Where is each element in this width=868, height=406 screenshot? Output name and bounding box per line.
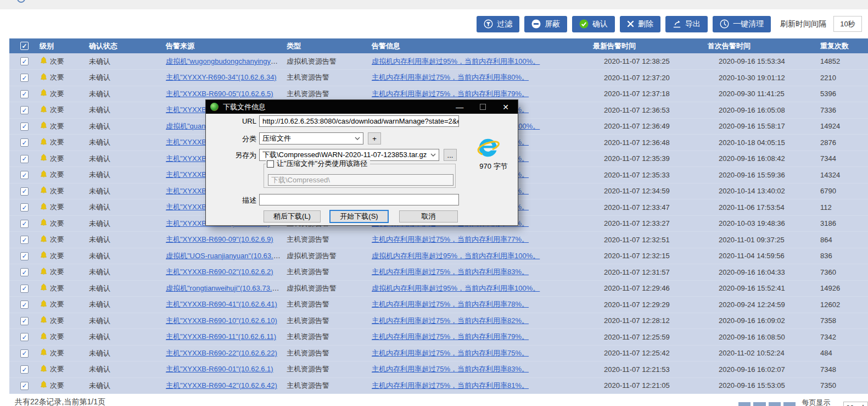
row-checkbox[interactable]: ✓ (20, 349, 29, 358)
download-later-button[interactable]: 稍后下载(L) (264, 210, 321, 223)
alarm-message-link[interactable]: 主机内存利用率超过75%，当前内存利用率79%。 (372, 332, 529, 341)
add-category-button[interactable]: + (368, 132, 381, 144)
level-wrap: 次要 (40, 315, 64, 326)
minor-alarm-bell-icon (40, 56, 48, 66)
alarm-message-link[interactable]: 主机内存利用率超过75%，当前内存利用率81%。 (372, 381, 529, 390)
row-checkbox[interactable]: ✓ (20, 171, 29, 179)
chevron-down-icon (430, 153, 436, 157)
alarm-source-link[interactable]: 主机"XYXXB-R690-22"(10.62.6.22) (166, 349, 277, 357)
use-path-row: 让"压缩文件"分类使用该路径 (266, 159, 370, 169)
pagination: « ‹ › » 每页显示数: 20 ▲▼ (738, 398, 868, 406)
col-alarm-source[interactable]: 告警来源 (160, 38, 281, 53)
level-text: 次要 (50, 170, 64, 180)
row-checkbox[interactable]: ✓ (20, 203, 29, 212)
alarm-message-link[interactable]: 主机内存利用率超过75%，当前内存利用率83%。 (372, 268, 529, 276)
toolbar-button-过滤[interactable]: 过滤 (477, 16, 519, 32)
select-all-checkbox[interactable]: ✓ (20, 42, 29, 50)
alarm-message-link[interactable]: 主机内存利用率超过75%，当前内存利用率80%。 (372, 73, 529, 81)
alarm-source-link[interactable]: 虚拟机"rongtianweihuji"(10.63.73.29) (166, 284, 281, 292)
level-text: 次要 (50, 202, 64, 212)
row-checkbox[interactable]: ✓ (20, 317, 29, 325)
alarm-message-link[interactable]: 虚拟机内存利用率超过95%，当前内存利用率100%。 (372, 284, 540, 292)
first-page-button[interactable]: « (738, 402, 751, 406)
row-checkbox[interactable]: ✓ (20, 90, 29, 98)
col-repeat-count[interactable]: 重复次数 (815, 38, 868, 53)
row-checkbox[interactable]: ✓ (20, 285, 29, 293)
alarm-source-link[interactable]: 虚拟机"UOS-ruanjianyuan"(10.63.73.86) (166, 252, 281, 260)
col-ack-status[interactable]: 确认状态 (83, 38, 160, 53)
alarm-message-link[interactable]: 主机内存利用率超过75%，当前内存利用率82%。 (372, 316, 529, 325)
row-checkbox[interactable]: ✓ (20, 268, 29, 276)
col-alarm-message[interactable]: 告警信息 (366, 38, 587, 53)
row-checkbox[interactable]: ✓ (20, 123, 29, 131)
row-checkbox[interactable]: ✓ (20, 252, 29, 260)
row-checkbox[interactable]: ✓ (20, 236, 29, 244)
page-size-select[interactable]: 20 ▲▼ (843, 402, 868, 406)
col-level[interactable]: 级别 (34, 38, 83, 53)
row-checkbox[interactable]: ✓ (20, 365, 29, 374)
row-checkbox[interactable]: ✓ (20, 138, 29, 147)
table-row: ✓次要未确认主机"XYXXB-R690-22"(10.62.6.22)主机资源告… (9, 345, 868, 361)
alarm-source-link[interactable]: 主机"XYXXY-R690-34"(10.62.6.34) (166, 73, 277, 81)
alarm-source-cell: 主机"XYXXB-R690-22"(10.62.6.22) (160, 345, 281, 361)
alarm-source-link[interactable]: 主机"XYXXB-R690-05"(10.62.6.5) (166, 90, 273, 98)
row-checkbox[interactable]: ✓ (20, 301, 29, 309)
alarm-source-link[interactable]: 主机"XYXXB-R690-02"(10.62.6.2) (166, 268, 273, 276)
alarm-message-link[interactable]: 主机内存利用率超过75%，当前内存利用率79%。 (372, 90, 529, 98)
col-type[interactable]: 类型 (281, 38, 366, 53)
alarm-message-cell: 虚拟机内存利用率超过95%，当前内存利用率100%。 (366, 280, 587, 297)
next-page-button[interactable]: › (769, 402, 781, 406)
toolbar-button-导出[interactable]: 导出 (665, 16, 708, 32)
alarm-message-link[interactable]: 主机内存利用率超过75%，当前内存利用率75%。 (372, 349, 529, 357)
alarm-source-link[interactable]: 主机"XYXXB-R690-10"(10.62.6.10) (166, 316, 277, 325)
use-path-checkbox[interactable] (267, 160, 274, 168)
row-checkbox[interactable]: ✓ (20, 57, 29, 65)
repeat-count-cell: 14852 (815, 53, 868, 70)
toolbar-button-一键清理[interactable]: 一键清理 (713, 16, 771, 32)
row-checkbox-cell: ✓ (9, 248, 34, 264)
alarm-message-link[interactable]: 虚拟机内存利用率超过95%，当前内存利用率100%。 (372, 57, 540, 65)
alarm-source-link[interactable]: 主机"XYXXB-R690-42"(10.62.6.42) (166, 381, 277, 390)
latest-time-cell: 2020-11-07 12:21:05 (587, 377, 702, 394)
alarm-source-link[interactable]: 主机"XYXXB-R690-09"(10.62.6.9) (166, 235, 273, 243)
row-checkbox[interactable]: ✓ (20, 74, 29, 82)
last-page-button[interactable]: » (783, 402, 796, 406)
browse-button[interactable]: ... (444, 149, 457, 161)
toolbar-button-确认[interactable]: 确认 (572, 16, 615, 32)
cancel-button[interactable]: 取消 (399, 210, 458, 223)
row-checkbox[interactable]: ✓ (20, 106, 29, 114)
latest-time-cell: 2020-11-07 12:29:46 (587, 280, 702, 297)
row-checkbox[interactable]: ✓ (20, 187, 29, 196)
refresh-interval-select[interactable]: 10秒 (833, 16, 862, 32)
row-checkbox[interactable]: ✓ (20, 382, 29, 390)
level-text: 次要 (50, 235, 64, 244)
alarm-source-link[interactable]: 主机"XYXXB-R690-01"(10.62.6.1) (166, 365, 273, 373)
start-download-button[interactable]: 开始下载(S) (329, 210, 389, 223)
toolbar-button-删除[interactable]: 删除 (620, 16, 660, 32)
prev-page-button[interactable]: ‹ (753, 402, 765, 406)
alarm-message-link[interactable]: 主机内存利用率超过75%，当前内存利用率78%。 (372, 300, 529, 308)
col-first-time[interactable]: 首次告警时间 (702, 38, 815, 53)
category-dropdown[interactable]: 压缩文件 (259, 132, 363, 144)
description-label: 描述 (228, 196, 256, 205)
alarm-source-link[interactable]: 主机"XYXXB-R690-41"(10.62.6.41) (166, 300, 277, 308)
level-wrap: 次要 (40, 332, 64, 342)
description-input[interactable] (259, 194, 459, 205)
close-icon[interactable]: ✕ (502, 103, 509, 111)
alarm-message-link[interactable]: 虚拟机内存利用率超过95%，当前内存利用率100%。 (372, 252, 540, 260)
level-cell: 次要 (34, 329, 83, 346)
alarm-message-link[interactable]: 主机内存利用率超过75%，当前内存利用率77%。 (372, 235, 529, 243)
minimize-icon[interactable]: — (456, 103, 463, 111)
row-checkbox[interactable]: ✓ (20, 333, 29, 341)
row-checkbox[interactable]: ✓ (20, 155, 29, 163)
alarm-source-link[interactable]: 主机"XYXXB-R690-11"(10.62.6.11) (166, 332, 276, 341)
maximize-icon[interactable] (480, 104, 486, 110)
alarm-message-link[interactable]: 主机内存利用率超过75%，当前内存利用率83%。 (372, 365, 529, 373)
url-input[interactable]: http://10.62.6.253:8080/cas/download/war… (259, 115, 459, 127)
toolbar-button-屏蔽[interactable]: 屏蔽 (524, 16, 567, 32)
row-checkbox[interactable]: ✓ (20, 220, 29, 228)
alarm-source-link[interactable]: 虚拟机"wugongbudongchanyingyongfuwuqi"(10.6… (166, 57, 281, 65)
level-text: 次要 (50, 105, 64, 115)
col-latest-time[interactable]: 最新告警时间 (587, 38, 702, 53)
dialog-titlebar[interactable]: 下载文件信息 — ✕ (206, 100, 518, 114)
